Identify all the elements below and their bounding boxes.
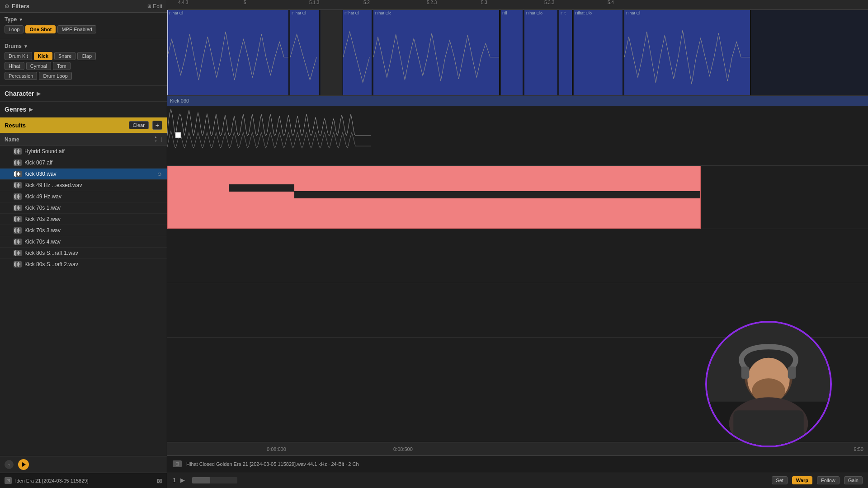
results-header: Results Clear + (0, 117, 167, 133)
list-item[interactable]: Kick 70s 3.wav (0, 225, 167, 236)
tag-percussion[interactable]: Percussion (5, 72, 37, 80)
gain-button[interactable]: Gain (844, 476, 863, 484)
list-item[interactable]: Kick 49 Hz ...essed.wav (0, 180, 167, 191)
svg-rect-63 (741, 366, 749, 379)
hihat-clip-hit[interactable]: Hit (559, 10, 573, 95)
tag-drum-loop[interactable]: Drum Loop (39, 72, 71, 80)
file-icon (14, 205, 22, 211)
svg-rect-46 (15, 250, 16, 256)
list-item[interactable]: Kick 70s 1.wav (0, 202, 167, 214)
drums-section: Drums ▼ Drum Kit Kick Snare Clap Hihat C… (0, 39, 167, 86)
svg-rect-2 (17, 150, 18, 153)
character-row[interactable]: Character ▶ (0, 86, 167, 102)
file-name: Kick 70s 2.wav (24, 216, 162, 222)
hihat-clip-single2[interactable]: Hihat Cl (343, 10, 373, 95)
transport-icon: ⊡ (173, 460, 182, 467)
list-item[interactable]: Kick 80s S...raft 1.wav (0, 248, 167, 259)
list-item-selected[interactable]: Kick 030.wav ☺ (0, 169, 167, 180)
hihat-clip-clo2[interactable]: Hihat Clo (574, 10, 623, 95)
type-tags-row: Loop One Shot MPE Enabled (5, 25, 162, 33)
hihat-clip-group1[interactable]: Hihat Cl (167, 10, 289, 95)
tag-cymbal[interactable]: Cymbal (26, 62, 51, 70)
left-panel: ⊙ Filters ⊞ Edit Type ▼ Loop One Shot MP… (0, 0, 167, 488)
list-item[interactable]: Hybrid Sound.aif (0, 146, 167, 157)
svg-rect-23 (18, 194, 19, 199)
file-name: Kick 49 Hz.wav (24, 193, 162, 200)
hihat-clip-clo1[interactable]: Hihat Clo (524, 10, 558, 95)
preview-icon: ☺ (157, 171, 162, 177)
clear-button[interactable]: Clear (129, 121, 149, 129)
hihat-clip-label: Hihat Cl (344, 11, 359, 15)
hihat-clip-single1[interactable]: Hihat Cl (290, 10, 320, 95)
svg-rect-52 (17, 263, 18, 266)
svg-rect-42 (17, 240, 18, 243)
edit-label: Edit (153, 3, 162, 9)
hihat-clip-group2[interactable]: Hihat Clc (373, 10, 500, 95)
svg-rect-39 (19, 230, 20, 231)
tag-mpe[interactable]: MPE Enabled (57, 25, 96, 33)
ruler-mark-2: 5 (244, 0, 246, 5)
type-title: Type ▼ (5, 16, 162, 23)
hihat-clip-group3[interactable]: Hihat Cl (624, 10, 751, 95)
list-item[interactable]: Kick 70s 4.wav (0, 236, 167, 248)
tag-snare[interactable]: Snare (54, 52, 75, 60)
file-icon (14, 193, 22, 200)
svg-rect-0 (14, 150, 15, 153)
svg-rect-9 (19, 162, 20, 164)
file-name: Kick 70s 4.wav (24, 239, 162, 245)
list-item[interactable]: Kick 49 Hz.wav (0, 191, 167, 202)
status-close-button[interactable]: ⊠ (157, 477, 162, 484)
midi-note-bar-1 (229, 184, 294, 192)
hihat-track: Hihat Cl Hihat Cl (167, 10, 868, 96)
ruler-mark-3: 5.1.3 (309, 0, 319, 5)
tag-clap[interactable]: Clap (77, 52, 96, 60)
time-marker-1: 0:08:000 (267, 446, 286, 452)
tag-hihat[interactable]: Hihat (5, 62, 24, 70)
genres-row[interactable]: Genres ▶ (0, 102, 167, 117)
follow-button[interactable]: Follow (817, 476, 840, 484)
file-name: Kick 80s S...raft 2.wav (24, 261, 162, 267)
hihat-clip-label: Hit (561, 11, 566, 15)
edit-button[interactable]: ⊞ Edit (147, 3, 162, 9)
list-item[interactable]: Kick 70s 2.wav (0, 214, 167, 225)
home-button[interactable]: ⌂ (5, 460, 14, 469)
list-item[interactable]: Kick 80s S...raft 2.wav (0, 259, 167, 270)
svg-rect-18 (18, 183, 19, 188)
file-name: Kick 49 Hz ...essed.wav (24, 182, 162, 188)
svg-rect-67 (733, 410, 803, 446)
tag-loop[interactable]: Loop (5, 25, 24, 33)
waveform-svg-container (167, 106, 868, 165)
svg-rect-17 (17, 184, 18, 187)
sort-icons[interactable]: ▲ ▼ (154, 136, 157, 143)
file-name: Kick 70s 3.wav (24, 227, 162, 234)
results-label: Results (5, 122, 125, 129)
tag-tom[interactable]: Tom (53, 62, 71, 70)
file-icon (14, 261, 22, 267)
play-button[interactable] (18, 459, 29, 470)
svg-rect-40 (14, 240, 15, 244)
tag-kick[interactable]: Kick (34, 52, 52, 60)
list-item[interactable]: Kick 007.aif (0, 157, 167, 169)
genres-label: Genres (5, 106, 26, 113)
file-name: Kick 80s S...raft 1.wav (24, 250, 162, 256)
svg-rect-27 (17, 206, 18, 209)
ruler-mark-8: 5.4 (608, 0, 614, 5)
hihat-clip-label: Hihat Clc (375, 11, 392, 15)
add-button[interactable]: + (152, 121, 162, 130)
webcam-overlay: AUDEZE (705, 321, 832, 447)
pink-midi-track (167, 166, 868, 229)
ruler-mark-7: 5.3.3 (544, 0, 554, 5)
hihat-clip-hil[interactable]: Hil (501, 10, 524, 95)
file-icon (14, 227, 22, 234)
timeline-mini-position (192, 477, 210, 483)
tag-one-shot[interactable]: One Shot (25, 25, 56, 33)
set-button[interactable]: Set (772, 476, 788, 484)
webcam-video: AUDEZE (707, 323, 830, 446)
pink-clip[interactable] (167, 166, 701, 229)
tag-drum-kit[interactable]: Drum Kit (5, 52, 32, 60)
warp-button[interactable]: Warp (792, 476, 812, 484)
svg-rect-51 (15, 262, 16, 267)
file-icon (14, 216, 22, 222)
drums-arrow: ▼ (24, 44, 28, 49)
status-file-icon: ⊡ (5, 477, 12, 484)
